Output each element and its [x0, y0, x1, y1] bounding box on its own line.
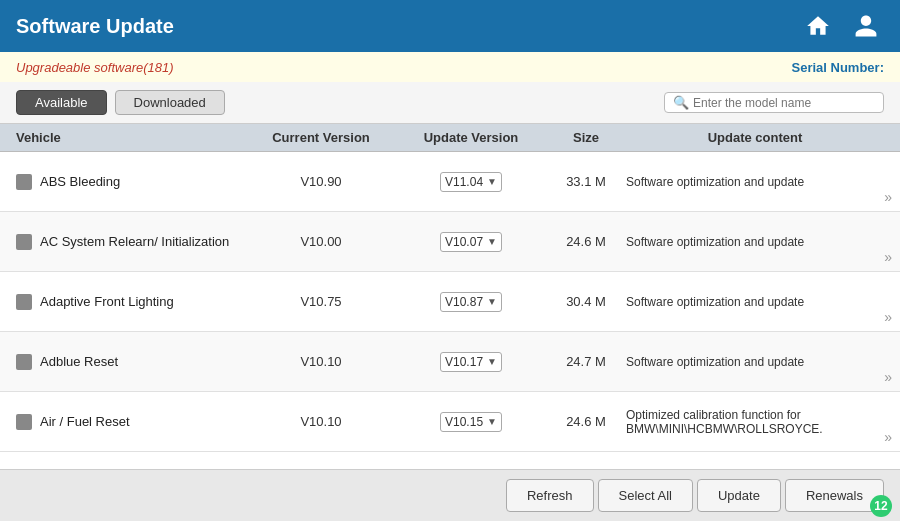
version-select[interactable]: V10.17 ▼ [440, 352, 502, 372]
user-button[interactable] [848, 8, 884, 44]
table-body: ABS Bleeding V10.90 V11.04 ▼ 33.1 M Soft… [0, 152, 900, 469]
col-content: Update content [626, 130, 884, 145]
vehicle-cell: AC System Relearn/ Initialization [16, 234, 246, 250]
current-version: V10.10 [246, 354, 396, 369]
header-icons [800, 8, 884, 44]
content-cell: Software optimization and update [626, 235, 884, 249]
search-input[interactable] [693, 96, 875, 110]
vehicle-cell: Air / Fuel Reset [16, 414, 246, 430]
search-icon: 🔍 [673, 95, 689, 110]
update-button[interactable]: Update [697, 479, 781, 512]
header: Software Update [0, 0, 900, 52]
downloaded-tab[interactable]: Downloaded [115, 90, 225, 115]
more-arrow-icon[interactable]: » [884, 189, 892, 205]
row-checkbox[interactable] [16, 174, 32, 190]
vehicle-cell: Adaptive Front Lighting [16, 294, 246, 310]
size-cell: 24.6 M [546, 234, 626, 249]
update-version-cell: V10.15 ▼ [396, 412, 546, 432]
more-arrow-icon[interactable]: » [884, 429, 892, 445]
update-version-cell: V11.04 ▼ [396, 172, 546, 192]
version-value: V10.87 [445, 295, 483, 309]
col-update: Update Version [396, 130, 546, 145]
select-all-button[interactable]: Select All [598, 479, 693, 512]
version-value: V10.07 [445, 235, 483, 249]
dropdown-arrow-icon: ▼ [487, 296, 497, 307]
current-version: V10.90 [246, 174, 396, 189]
content-cell: Software optimization and update [626, 355, 884, 369]
size-cell: 24.7 M [546, 354, 626, 369]
row-checkbox[interactable] [16, 354, 32, 370]
more-arrow-icon[interactable]: » [884, 309, 892, 325]
page-title: Software Update [16, 15, 800, 38]
dropdown-arrow-icon: ▼ [487, 236, 497, 247]
vehicle-cell: Adblue Reset [16, 354, 246, 370]
dropdown-arrow-icon: ▼ [487, 356, 497, 367]
current-version: V10.10 [246, 414, 396, 429]
version-value: V11.04 [445, 175, 483, 189]
version-select[interactable]: V10.07 ▼ [440, 232, 502, 252]
serial-label: Serial Number: [792, 60, 884, 75]
current-version: V10.75 [246, 294, 396, 309]
update-version-cell: V10.17 ▼ [396, 352, 546, 372]
vehicle-name: ABS Bleeding [40, 174, 120, 189]
table-row: AC System Relearn/ Initialization V10.00… [0, 212, 900, 272]
version-select[interactable]: V10.87 ▼ [440, 292, 502, 312]
content-cell: Software optimization and update [626, 295, 884, 309]
update-version-cell: V10.07 ▼ [396, 232, 546, 252]
vehicle-name: Adblue Reset [40, 354, 118, 369]
vehicle-name: Adaptive Front Lighting [40, 294, 174, 309]
size-cell: 33.1 M [546, 174, 626, 189]
available-tab[interactable]: Available [16, 90, 107, 115]
subheader: Upgradeable software(181) Serial Number: [0, 52, 900, 82]
table-header: Vehicle Current Version Update Version S… [0, 124, 900, 152]
size-cell: 24.6 M [546, 414, 626, 429]
col-current: Current Version [246, 130, 396, 145]
badge-12: 12 [870, 495, 892, 517]
version-select[interactable]: V11.04 ▼ [440, 172, 502, 192]
home-button[interactable] [800, 8, 836, 44]
row-checkbox[interactable] [16, 234, 32, 250]
col-vehicle: Vehicle [16, 130, 246, 145]
vehicle-name: Air / Fuel Reset [40, 414, 130, 429]
vehicle-name: AC System Relearn/ Initialization [40, 234, 229, 249]
upgradeable-text: Upgradeable software(181) [16, 60, 792, 75]
dropdown-arrow-icon: ▼ [487, 416, 497, 427]
col-size: Size [546, 130, 626, 145]
content-cell: Software optimization and update [626, 175, 884, 189]
content-cell: Optimized calibration function for BMW\M… [626, 408, 884, 436]
current-version: V10.00 [246, 234, 396, 249]
vehicle-cell: ABS Bleeding [16, 174, 246, 190]
row-checkbox[interactable] [16, 414, 32, 430]
footer: Refresh Select All Update Renewals 12 [0, 469, 900, 521]
size-cell: 30.4 M [546, 294, 626, 309]
dropdown-arrow-icon: ▼ [487, 176, 497, 187]
refresh-button[interactable]: Refresh [506, 479, 594, 512]
table-row: Air / Fuel Reset V10.10 V10.15 ▼ 24.6 M … [0, 392, 900, 452]
version-select[interactable]: V10.15 ▼ [440, 412, 502, 432]
table-row: Adaptive Front Lighting V10.75 V10.87 ▼ … [0, 272, 900, 332]
search-box: 🔍 [664, 92, 884, 113]
version-value: V10.17 [445, 355, 483, 369]
toolbar: Available Downloaded 🔍 [0, 82, 900, 124]
row-checkbox[interactable] [16, 294, 32, 310]
more-arrow-icon[interactable]: » [884, 369, 892, 385]
update-version-cell: V10.87 ▼ [396, 292, 546, 312]
more-arrow-icon[interactable]: » [884, 249, 892, 265]
version-value: V10.15 [445, 415, 483, 429]
table-row: ABS Bleeding V10.90 V11.04 ▼ 33.1 M Soft… [0, 152, 900, 212]
table-row: Adblue Reset V10.10 V10.17 ▼ 24.7 M Soft… [0, 332, 900, 392]
